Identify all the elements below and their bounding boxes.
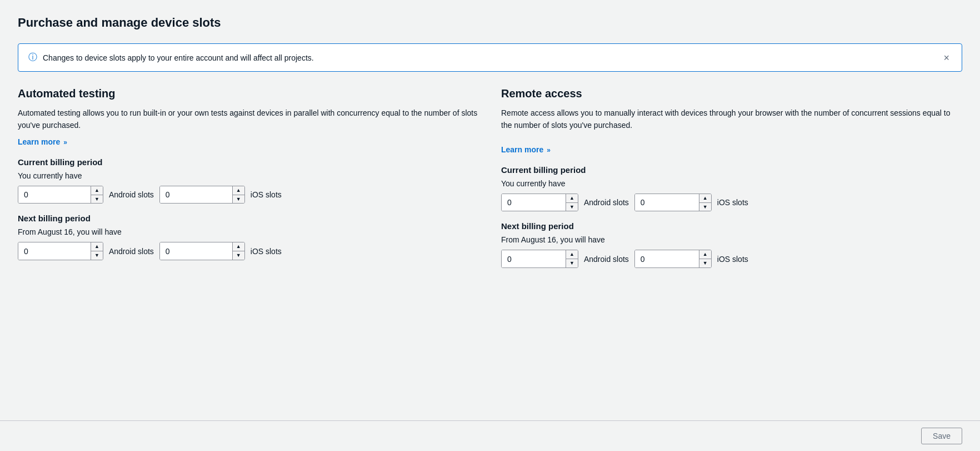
automated-learn-more-text: Learn more bbox=[18, 137, 60, 146]
remote-current-ios-decrement[interactable]: ▼ bbox=[699, 203, 711, 211]
remote-current-slots-row: ▲ ▼ Android slots ▲ ▼ iOS slots bbox=[501, 194, 962, 212]
banner-close-button[interactable]: × bbox=[941, 53, 952, 63]
automated-next-slots-row: ▲ ▼ Android slots ▲ ▼ iOS slots bbox=[18, 242, 479, 260]
automated-current-android-increment[interactable]: ▲ bbox=[91, 186, 103, 195]
automated-current-ios-label: iOS slots bbox=[251, 190, 282, 199]
automated-learn-more-link[interactable]: Learn more » bbox=[18, 137, 67, 146]
automated-section-title: Automated testing bbox=[18, 87, 479, 100]
automated-desc-row: Automated testing allows you to run buil… bbox=[18, 107, 479, 146]
footer-bar: Save bbox=[0, 420, 980, 451]
remote-next-slots-row: ▲ ▼ Android slots ▲ ▼ iOS slots bbox=[501, 250, 962, 268]
automated-next-android-increment[interactable]: ▲ bbox=[91, 242, 103, 251]
automated-section: Automated testing Automated testing allo… bbox=[18, 87, 479, 271]
remote-next-from-label: From August 16, you will have bbox=[501, 235, 962, 244]
automated-next-period-title: Next billing period bbox=[18, 214, 479, 223]
automated-current-ios-spinner: ▲ ▼ bbox=[159, 186, 245, 204]
remote-next-period-title: Next billing period bbox=[501, 221, 962, 231]
automated-current-ios-decrement[interactable]: ▼ bbox=[233, 195, 244, 204]
remote-next-android-spinner: ▲ ▼ bbox=[501, 250, 578, 268]
remote-next-ios-spinner: ▲ ▼ bbox=[634, 250, 712, 268]
remote-description: Remote access allows you to manually int… bbox=[501, 107, 962, 132]
banner-text: Changes to device slots apply to your en… bbox=[43, 53, 314, 62]
info-banner: ⓘ Changes to device slots apply to your … bbox=[18, 43, 962, 72]
remote-next-android-decrement[interactable]: ▼ bbox=[566, 259, 578, 267]
automated-current-period-title: Current billing period bbox=[18, 157, 479, 167]
automated-current-ios-increment[interactable]: ▲ bbox=[233, 186, 244, 195]
automated-next-android-spinner-buttons: ▲ ▼ bbox=[91, 242, 103, 260]
automated-learn-more-chevron: » bbox=[63, 138, 67, 146]
remote-next-android-increment[interactable]: ▲ bbox=[566, 250, 578, 259]
remote-current-android-spinner: ▲ ▼ bbox=[501, 194, 578, 212]
automated-current-ios-spinner-buttons: ▲ ▼ bbox=[232, 186, 244, 204]
page-container: Purchase and manage device slots ⓘ Chang… bbox=[0, 0, 980, 316]
automated-next-ios-increment[interactable]: ▲ bbox=[233, 242, 244, 251]
remote-current-android-input[interactable] bbox=[502, 194, 566, 211]
remote-current-you-have: You currently have bbox=[501, 179, 962, 188]
remote-desc-row: Remote access allows you to manually int… bbox=[501, 107, 962, 134]
remote-current-period-title: Current billing period bbox=[501, 165, 962, 175]
remote-section: Remote access Remote access allows you t… bbox=[501, 87, 962, 271]
automated-next-android-label: Android slots bbox=[109, 247, 154, 256]
remote-current-ios-label: iOS slots bbox=[717, 198, 748, 207]
two-col-layout: Automated testing Automated testing allo… bbox=[18, 87, 962, 271]
automated-next-ios-spinner: ▲ ▼ bbox=[159, 242, 245, 260]
remote-next-ios-decrement[interactable]: ▼ bbox=[699, 259, 711, 267]
remote-learn-more-text: Learn more bbox=[501, 145, 543, 154]
remote-next-ios-label: iOS slots bbox=[717, 255, 748, 264]
automated-current-you-have: You currently have bbox=[18, 171, 479, 180]
remote-next-android-label: Android slots bbox=[584, 255, 629, 264]
remote-next-android-input[interactable] bbox=[502, 250, 566, 267]
automated-current-android-decrement[interactable]: ▼ bbox=[91, 195, 103, 204]
remote-learn-more-link[interactable]: Learn more » bbox=[501, 145, 551, 154]
automated-description: Automated testing allows you to run buil… bbox=[18, 107, 479, 132]
automated-current-ios-input[interactable] bbox=[160, 186, 232, 204]
automated-next-ios-label: iOS slots bbox=[251, 247, 282, 256]
page-title: Purchase and manage device slots bbox=[18, 16, 962, 30]
remote-current-ios-spinner: ▲ ▼ bbox=[634, 194, 712, 212]
automated-current-android-spinner-buttons: ▲ ▼ bbox=[91, 186, 103, 204]
remote-current-ios-spinner-buttons: ▲ ▼ bbox=[699, 194, 711, 211]
info-icon: ⓘ bbox=[28, 52, 37, 63]
remote-current-android-decrement[interactable]: ▼ bbox=[566, 203, 578, 211]
automated-next-android-input[interactable] bbox=[18, 242, 91, 260]
automated-next-from-label: From August 16, you will have bbox=[18, 227, 479, 236]
remote-current-ios-input[interactable] bbox=[635, 194, 699, 211]
automated-next-ios-spinner-buttons: ▲ ▼ bbox=[232, 242, 244, 260]
automated-next-ios-input[interactable] bbox=[160, 242, 232, 260]
automated-next-android-decrement[interactable]: ▼ bbox=[91, 251, 103, 260]
info-banner-left: ⓘ Changes to device slots apply to your … bbox=[28, 52, 314, 63]
remote-current-ios-increment[interactable]: ▲ bbox=[699, 194, 711, 203]
remote-next-ios-increment[interactable]: ▲ bbox=[699, 250, 711, 259]
automated-next-android-spinner: ▲ ▼ bbox=[18, 242, 103, 260]
remote-next-ios-spinner-buttons: ▲ ▼ bbox=[699, 250, 711, 267]
remote-next-android-spinner-buttons: ▲ ▼ bbox=[566, 250, 578, 267]
automated-current-android-label: Android slots bbox=[109, 190, 154, 199]
remote-learn-more-chevron: » bbox=[547, 146, 551, 154]
remote-current-android-increment[interactable]: ▲ bbox=[566, 194, 578, 203]
save-button[interactable]: Save bbox=[921, 428, 962, 444]
remote-section-title: Remote access bbox=[501, 87, 962, 100]
remote-current-android-spinner-buttons: ▲ ▼ bbox=[566, 194, 578, 211]
remote-next-ios-input[interactable] bbox=[635, 250, 699, 267]
automated-current-android-input[interactable] bbox=[18, 186, 91, 204]
remote-current-android-label: Android slots bbox=[584, 198, 629, 207]
automated-next-ios-decrement[interactable]: ▼ bbox=[233, 251, 244, 260]
automated-current-slots-row: ▲ ▼ Android slots ▲ ▼ iOS slots bbox=[18, 186, 479, 204]
automated-current-android-spinner: ▲ ▼ bbox=[18, 186, 103, 204]
